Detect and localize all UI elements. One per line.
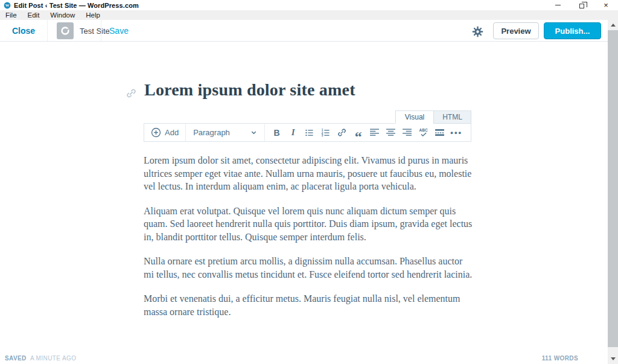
paragraph[interactable]: Aliquam erat volutpat. Quisque vel lorem…: [144, 205, 473, 244]
align-right-icon: [403, 129, 412, 136]
tab-html[interactable]: HTML: [433, 110, 471, 124]
more-tag-icon: [435, 129, 444, 136]
menu-file[interactable]: File: [0, 10, 22, 20]
restore-button[interactable]: [570, 0, 594, 10]
align-center-button[interactable]: [383, 124, 399, 141]
link-icon: [337, 128, 346, 137]
close-icon: ×: [604, 1, 608, 9]
scroll-up-icon: [611, 24, 616, 27]
window-titlebar: W Edit Post ‹ Test Site — WordPress.com …: [0, 0, 618, 10]
align-left-icon: [370, 129, 379, 136]
spellcheck-icon: ABC: [419, 129, 428, 137]
align-center-icon: [386, 129, 395, 136]
window-title: Edit Post ‹ Test Site — WordPress.com: [14, 2, 139, 9]
preview-button[interactable]: Preview: [493, 22, 539, 39]
saved-timestamp: A MINUTE AGO: [30, 355, 76, 362]
add-media-button[interactable]: Add: [144, 124, 185, 141]
bullet-list-icon: [305, 129, 314, 137]
globe-icon: [60, 26, 70, 36]
numbered-list-icon: 123: [321, 129, 330, 137]
scroll-down-button[interactable]: [608, 354, 618, 364]
post-title-row: Lorem ipsum dolor site amet: [0, 80, 618, 104]
spellcheck-button[interactable]: ABC: [415, 124, 432, 141]
wordpress-logo-icon: W: [4, 2, 11, 9]
menu-edit[interactable]: Edit: [22, 10, 45, 20]
scroll-down-icon: [611, 357, 616, 360]
block-style-dropdown[interactable]: Paragraph: [186, 124, 264, 141]
format-icon-group: B I 123 “: [265, 124, 448, 141]
align-right-button[interactable]: [399, 124, 415, 141]
save-button[interactable]: Save: [101, 20, 137, 41]
post-title[interactable]: Lorem ipsum dolor site amet: [144, 80, 355, 100]
block-style-label: Paragraph: [193, 128, 230, 137]
editor-mode-tabs: Visual HTML: [395, 110, 471, 124]
paragraph[interactable]: Nulla ornare est pretium arcu mollis, a …: [144, 255, 473, 281]
scroll-up-button[interactable]: [608, 20, 618, 30]
publish-button[interactable]: Publish...: [544, 22, 601, 39]
italic-icon: I: [291, 127, 295, 138]
more-options-button[interactable]: •••: [450, 124, 471, 141]
paragraph[interactable]: Lorem ipsum dolor sit amet, consectetur …: [144, 154, 473, 193]
bullet-list-button[interactable]: [301, 124, 317, 141]
menu-bar: File Edit Window Help: [0, 10, 618, 20]
close-editor-button[interactable]: Close: [0, 20, 47, 41]
close-window-button[interactable]: ×: [594, 0, 618, 10]
restore-icon: [579, 4, 584, 8]
saved-status: SAVED: [5, 355, 27, 362]
word-count: 111 WORDS: [542, 355, 578, 362]
svg-text:W: W: [5, 3, 10, 7]
settings-button[interactable]: [471, 25, 484, 38]
link-button[interactable]: [334, 124, 350, 141]
minimize-icon: [555, 5, 561, 5]
site-avatar: [57, 22, 74, 39]
permalink-icon[interactable]: [126, 88, 136, 98]
scrollbar-thumb[interactable]: [608, 30, 618, 347]
paragraph[interactable]: Morbi et venenatis dui, a efficitur metu…: [144, 292, 473, 318]
minimize-button[interactable]: [546, 0, 570, 10]
bold-button[interactable]: B: [269, 124, 285, 141]
menu-window[interactable]: Window: [45, 10, 80, 20]
chevron-down-icon: [250, 129, 257, 136]
tab-visual[interactable]: Visual: [395, 110, 433, 124]
vertical-scrollbar[interactable]: [608, 20, 618, 364]
align-left-button[interactable]: [366, 124, 383, 141]
status-bar: SAVED A MINUTE AGO 111 WORDS: [0, 352, 618, 364]
insert-more-tag-button[interactable]: [432, 124, 448, 141]
menu-help[interactable]: Help: [80, 10, 106, 20]
blockquote-button[interactable]: “: [350, 124, 366, 141]
editor-header-bar: Close Test Site Save: [0, 20, 618, 42]
divider: [47, 20, 48, 41]
svg-text:3: 3: [322, 134, 323, 137]
bold-icon: B: [274, 128, 280, 138]
add-label: Add: [165, 128, 179, 137]
format-toolbar: Add Paragraph B I 123: [144, 123, 471, 142]
numbered-list-button[interactable]: 123: [317, 124, 334, 141]
gear-icon: [472, 26, 483, 37]
post-body[interactable]: Lorem ipsum dolor sit amet, consectetur …: [144, 154, 473, 330]
add-circle-icon: [151, 127, 161, 138]
italic-button[interactable]: I: [285, 124, 301, 141]
